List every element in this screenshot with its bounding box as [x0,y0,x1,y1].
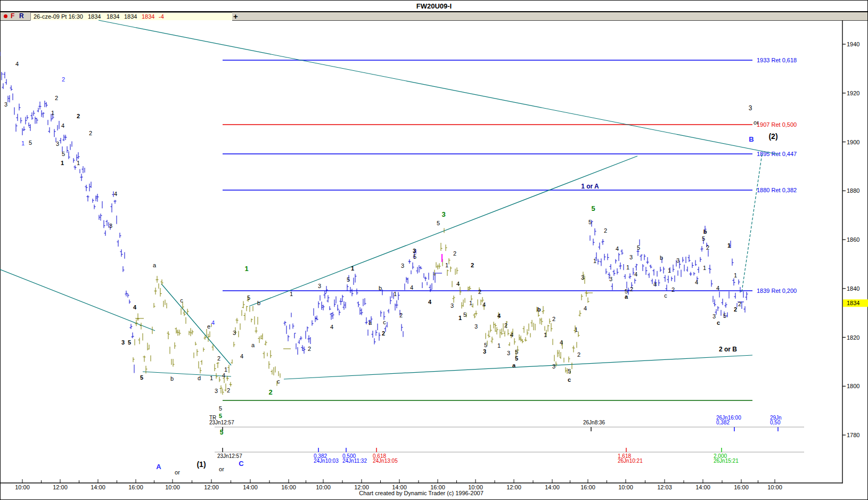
ruler-label: 23Jn12:57 [217,453,242,459]
ruler-label: 0,50 [770,420,781,425]
wave-label: (1) [196,460,206,469]
wave-label: 2 [55,95,58,101]
wave-label: 3 [4,101,7,108]
wave-label: 3 [121,339,125,346]
wave-label: 2 [399,312,403,318]
retracement-label: 1880 Ret 0,382 [757,187,797,193]
wave-label: 2 [577,351,580,358]
chart-canvas[interactable]: 1933 Ret 0,6181907 Ret 0,5001895 Ret 0,4… [0,0,868,500]
wave-label: 1 [51,110,54,116]
wave-label: 5 [515,349,518,355]
ruler-label: 24Jn11:32 [342,458,367,464]
wave-label: 3 [629,254,633,260]
price-tick-label: 1900 [847,139,859,145]
wave-label: 1 [497,342,501,349]
wave-label: 1 [244,265,248,273]
wave-label: 2 [227,387,230,394]
wave-label: a [512,362,516,368]
wave-label: 3 [507,350,510,356]
wave-label: 2 [89,130,92,136]
ruler-label: 26Jn8:36 [583,420,605,425]
ruler-label: 24Jn10:03 [314,458,339,464]
price-tick-label: 1940 [847,41,859,47]
wave-label: 3 [552,363,555,370]
copyright: Chart created by Dynamic Trader (c) 1996… [0,490,842,496]
wave-label: a [251,342,255,348]
wave-label: 1 [61,160,64,166]
wave-label: 3 [581,274,584,281]
wave-label: c [664,292,667,299]
wave-label: b [537,306,541,313]
wave-label: 1 [21,140,24,146]
wave-label: 3 [609,276,612,282]
wave-label: 5 [62,151,65,157]
ruler-label: 0,382 [716,420,730,425]
wave-label: b [379,285,382,291]
app-window: FW20U09-I F R 26-cze-09 Pt 16:30 1834 18… [0,0,868,500]
wave-label: 4 [716,285,719,291]
wave-label: 3 [233,330,236,336]
wave-label: b [660,255,663,261]
wave-label: 5 [413,253,416,260]
ruler-label: 26Jn15:21 [714,458,739,464]
wave-label: 1 [544,332,547,338]
price-tick-label: 1800 [847,383,859,389]
wave-label: 2 [604,227,607,234]
price-tick-label: 1860 [847,236,859,243]
bar-series [133,276,280,395]
wave-label: 3 [109,223,112,229]
wave-label: d [198,375,201,381]
ruler-label: 26Jn10:21 [618,458,643,464]
wave-label: 1 [575,326,578,333]
wave-label: C [239,460,244,468]
wave-label: 4 [61,122,64,129]
trendline [249,156,637,306]
wave-label: 1 [77,160,80,166]
price-tick-label: 1920 [847,90,859,96]
wave-label: 3 [56,141,59,147]
wave-label: 2 [382,330,385,337]
wave-label: 4 [497,313,501,319]
wave-label: 3 [451,302,454,309]
wave-label: 4 [410,284,413,291]
wave-label: 3 [215,388,218,394]
ruler-label: 24Jn13:05 [373,458,398,464]
wave-label: 4 [695,279,698,285]
wave-label: 3 [483,348,486,355]
wave-label: 1 [445,262,448,268]
wave-labels: 4232124215351143435ace45bd1432515b3a4212… [4,61,778,476]
bar-series [433,228,589,374]
wave-label: B [749,135,754,143]
wave-label: 1 [734,272,737,278]
wave-label: 1 [224,366,227,373]
wave-label: 4 [584,305,587,312]
wave-label: 5 [588,219,592,225]
wave-label: 2 [471,262,474,268]
trendline [99,20,779,154]
price-tick-label: 1880 [847,187,859,194]
retracement-label: 1933 Ret 0,618 [757,57,797,63]
wave-label: 5 [247,294,250,301]
wave-label: 2 [672,286,675,293]
trendline [143,372,231,376]
wave-label: a [153,262,157,268]
wave-label: 1 [290,291,293,297]
wave-label: 1 [593,258,596,264]
wave-label: 3 [318,283,321,289]
wave-label: 3 [676,257,679,264]
wave-label: c [180,297,183,304]
wave-label: c [568,376,571,383]
trendlines [0,20,779,379]
ruler-label: 23Jn12:57 [209,420,234,425]
wave-label: c [277,378,280,384]
last-price-label: 1834 [847,300,859,306]
wave-label: 1 [668,267,671,274]
trendline [742,154,762,292]
wave-label: 2 [734,306,737,313]
wave-label: 4 [330,324,333,330]
wave-label: 1 [210,375,213,381]
price-tick-label: 1840 [847,285,859,292]
wave-label: 1 [469,300,472,306]
wave-label: 2 [478,289,481,295]
wave-label: c [383,319,386,325]
